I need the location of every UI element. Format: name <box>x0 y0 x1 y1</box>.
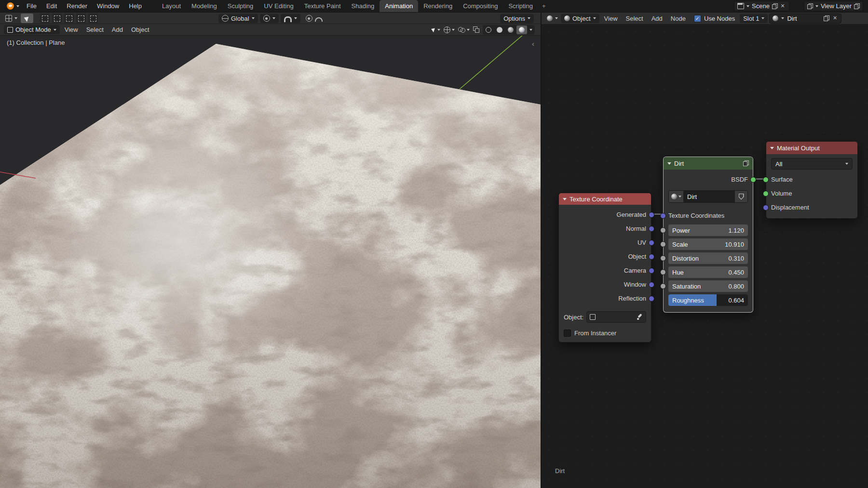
menu-select[interactable]: Select <box>623 15 647 22</box>
scene-selector[interactable]: Scene <box>734 1 789 11</box>
view-layer-selector[interactable]: View Layer <box>804 1 863 11</box>
select-mode-subtract-button[interactable] <box>64 13 74 23</box>
socket-output-generated[interactable] <box>649 212 654 218</box>
menu-node[interactable]: Node <box>667 15 689 22</box>
render-target-dropdown[interactable]: All <box>771 158 853 170</box>
editor-type-button[interactable] <box>545 14 559 23</box>
slider-roughness[interactable]: Roughness 0.604 <box>668 294 748 306</box>
tab-uv-editing[interactable]: UV Editing <box>258 0 298 12</box>
socket-input-volume[interactable] <box>763 191 769 197</box>
menu-add[interactable]: Add <box>648 15 666 22</box>
menu-select[interactable]: Select <box>83 26 107 33</box>
menu-view[interactable]: View <box>601 15 621 22</box>
menu-window[interactable]: Window <box>93 0 123 12</box>
tab-rendering[interactable]: Rendering <box>418 0 458 12</box>
sidebar-expand-chevron[interactable] <box>532 40 537 47</box>
tab-sculpting[interactable]: Sculpting <box>222 0 258 12</box>
menu-view[interactable]: View <box>61 26 81 33</box>
use-nodes-checkbox[interactable]: Use Nodes <box>691 14 738 23</box>
proportional-editing-toggle[interactable] <box>302 14 326 23</box>
tab-animation[interactable]: Animation <box>380 0 418 12</box>
socket-output-object[interactable] <box>649 254 654 260</box>
pivot-point-dropdown[interactable] <box>260 14 279 23</box>
viewport-3d[interactable]: (1) Collection | Plane <box>0 36 541 488</box>
tab-modeling[interactable]: Modeling <box>186 0 222 12</box>
object-visibility-dropdown[interactable] <box>432 27 440 32</box>
menu-object[interactable]: Object <box>128 26 153 33</box>
socket-input-scale[interactable] <box>660 241 666 247</box>
options-dropdown[interactable]: Options <box>500 14 534 23</box>
socket-output-bsdf[interactable] <box>750 177 756 183</box>
socket-input-hue[interactable] <box>660 269 666 275</box>
new-scene-icon[interactable] <box>772 3 778 9</box>
menu-help[interactable]: Help <box>124 0 146 12</box>
menu-edit[interactable]: Edit <box>42 0 61 12</box>
gizmos-dropdown[interactable] <box>444 26 455 33</box>
tab-shading[interactable]: Shading <box>346 0 380 12</box>
select-mode-intersect-button[interactable] <box>88 13 98 23</box>
blender-menu-button[interactable] <box>5 1 21 11</box>
node-header-dirt[interactable]: Dirt <box>664 157 753 170</box>
node-header-texture-coordinate[interactable]: Texture Coordinate <box>559 193 651 205</box>
from-instancer-row[interactable]: From Instancer <box>564 328 646 338</box>
xray-toggle[interactable] <box>473 26 479 33</box>
socket-input-distortion[interactable] <box>660 255 666 261</box>
fake-user-button[interactable] <box>735 191 747 202</box>
socket-input-power[interactable] <box>660 227 666 233</box>
socket-output-window[interactable] <box>649 282 654 288</box>
group-name-field[interactable]: Dirt <box>683 191 735 202</box>
socket-input-texture-coordinates[interactable] <box>660 213 666 219</box>
socket-output-reflection[interactable] <box>649 296 654 302</box>
add-workspace-button[interactable]: + <box>538 0 550 12</box>
tab-compositing[interactable]: Compositing <box>458 0 503 12</box>
copy-material-icon[interactable] <box>824 15 829 21</box>
active-tool-button[interactable] <box>21 13 33 23</box>
menu-add[interactable]: Add <box>108 26 126 33</box>
mode-dropdown[interactable]: Object Mode <box>4 25 60 34</box>
node-texture-coordinate[interactable]: Texture Coordinate Generated Normal UV O… <box>558 193 651 343</box>
tab-scripting[interactable]: Scripting <box>503 0 538 12</box>
editor-type-button[interactable] <box>4 14 19 23</box>
socket-input-surface[interactable] <box>763 177 769 183</box>
slider-hue[interactable]: Hue 0.450 <box>668 266 748 278</box>
socket-output-normal[interactable] <box>649 226 654 232</box>
snap-dropdown[interactable] <box>281 14 300 23</box>
tab-layout[interactable]: Layout <box>157 0 186 12</box>
eyedropper-icon[interactable] <box>636 314 643 320</box>
select-mode-invert-button[interactable] <box>76 13 86 23</box>
shader-type-dropdown[interactable]: Object <box>561 14 599 23</box>
tab-texture-paint[interactable]: Texture Paint <box>299 0 346 12</box>
socket-input-saturation[interactable] <box>660 283 666 289</box>
menu-render[interactable]: Render <box>62 0 92 12</box>
overlays-dropdown[interactable] <box>458 27 470 32</box>
object-field[interactable] <box>586 311 646 323</box>
select-mode-set-button[interactable] <box>40 13 50 23</box>
node-group-datablock[interactable]: Dirt <box>668 190 748 203</box>
shader-editor-canvas[interactable]: Texture Coordinate Generated Normal UV O… <box>541 24 868 488</box>
select-mode-extend-button[interactable] <box>52 13 62 23</box>
shading-material-button[interactable] <box>505 26 516 34</box>
menu-file[interactable]: File <box>22 0 41 12</box>
material-slot-dropdown[interactable]: Slot 1 <box>740 14 768 23</box>
node-header-material-output[interactable]: Material Output <box>766 142 857 154</box>
node-body: All Surface Volume Displacement <box>766 158 857 218</box>
unlink-scene-icon[interactable] <box>780 3 786 10</box>
shading-rendered-button[interactable] <box>516 26 527 34</box>
new-view-layer-icon[interactable] <box>854 3 860 9</box>
slider-saturation[interactable]: Saturation 0.800 <box>668 280 748 292</box>
slider-scale[interactable]: Scale 10.910 <box>668 238 748 250</box>
socket-output-camera[interactable] <box>649 268 654 274</box>
shading-solid-button[interactable] <box>494 26 505 34</box>
shading-wireframe-button[interactable] <box>483 26 494 34</box>
slider-distortion[interactable]: Distortion 0.310 <box>668 252 748 264</box>
socket-input-displacement[interactable] <box>763 205 769 211</box>
node-dirt-group[interactable]: Dirt BSDF Dirt Texture Coordinates <box>663 157 753 313</box>
slider-power[interactable]: Power 1.120 <box>668 224 748 236</box>
socket-output-uv[interactable] <box>649 240 654 246</box>
material-datablock-selector[interactable]: Dirt <box>769 13 841 24</box>
checkbox-unchecked-icon[interactable] <box>564 330 571 337</box>
transform-orientation-dropdown[interactable]: Global <box>218 14 258 23</box>
browse-group-button[interactable] <box>669 191 683 202</box>
node-material-output[interactable]: Material Output All Surface Volume Displ… <box>766 141 858 219</box>
unlink-material-icon[interactable] <box>832 15 838 22</box>
